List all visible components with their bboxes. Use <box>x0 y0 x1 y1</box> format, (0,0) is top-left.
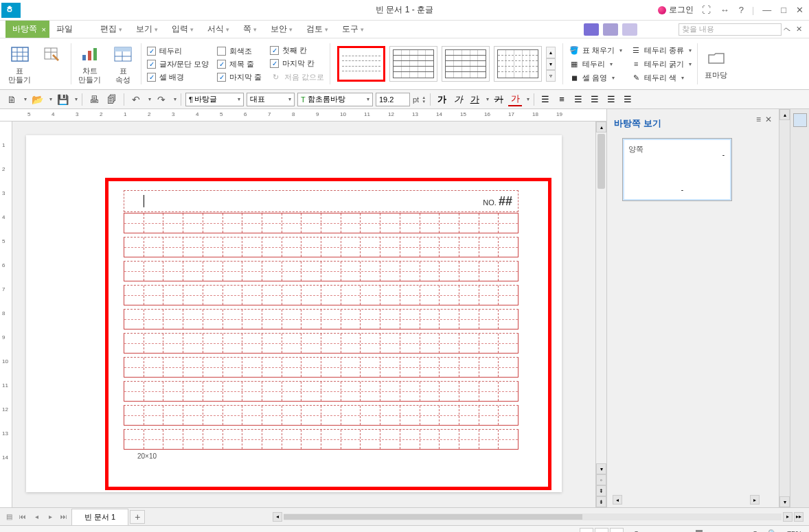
border-type-button[interactable]: ☰테두리 종류▾ <box>630 45 692 56</box>
login-button[interactable]: 로그인 <box>658 4 694 16</box>
italic-button[interactable]: 가 <box>451 93 465 106</box>
size-down[interactable]: ▼ <box>422 100 426 104</box>
underline-button[interactable]: 가 <box>468 93 481 106</box>
context-tab-2[interactable] <box>603 23 618 36</box>
side-scroll-down[interactable]: ▾ <box>779 496 790 507</box>
align-dist2[interactable]: ☰ <box>621 93 635 106</box>
bold-button[interactable]: 가 <box>435 93 448 106</box>
undo-button[interactable]: ↶ <box>128 92 144 107</box>
menu-page[interactable]: 쪽 <box>236 21 264 38</box>
border-button[interactable]: ▦테두리▾ <box>569 58 622 69</box>
tab-list[interactable]: ▤ <box>3 511 15 523</box>
help-icon[interactable]: ? <box>738 5 745 15</box>
table-style-2[interactable] <box>389 46 437 82</box>
add-tab-button[interactable]: + <box>130 510 145 524</box>
ribbon-table-props[interactable]: 표 속성 <box>108 41 138 86</box>
preview-button[interactable]: 🗐 <box>104 92 119 107</box>
menu-security[interactable]: 보안 <box>264 21 299 38</box>
gallery-more[interactable]: ▿ <box>546 70 556 82</box>
side-scroll-up[interactable]: ▴ <box>779 109 790 120</box>
table-style-1[interactable] <box>337 46 385 82</box>
align-justify[interactable]: ☰ <box>588 93 602 106</box>
open-button[interactable]: 📂 <box>30 92 45 107</box>
hscroll-end[interactable]: ▸▸ <box>794 512 804 522</box>
font-size-input[interactable]: 19.2 <box>376 93 410 106</box>
manuscript-row[interactable] <box>124 213 519 233</box>
vertical-ruler[interactable]: 12 34 56 78 910 1112 1314 <box>0 122 12 507</box>
expand-icon[interactable]: ⛶ <box>700 5 712 15</box>
vertical-scrollbar[interactable]: ▴ ▾ ◦ ⇞ ⇟ <box>595 122 606 507</box>
menu-file[interactable]: 파일 <box>49 21 80 38</box>
menu-input[interactable]: 입력 <box>165 21 201 38</box>
page-down[interactable]: ⇟ <box>596 496 606 507</box>
table-fill-button[interactable]: 🪣표 채우기▾ <box>569 45 622 56</box>
tab-prev[interactable]: ◂ <box>30 511 43 523</box>
hscroll-right[interactable]: ▸ <box>750 495 760 505</box>
table-style-3[interactable] <box>442 46 490 82</box>
doc-tab-1[interactable]: 빈 문서 1 <box>71 509 128 525</box>
scroll-down[interactable]: ▾ <box>596 463 606 474</box>
align-right[interactable]: ☰ <box>571 93 585 106</box>
check-border[interactable]: 테두리 <box>147 46 209 56</box>
tab-last[interactable]: ⏭ <box>58 511 70 523</box>
master-page-thumbnail[interactable]: 양쪽 - - <box>622 138 732 201</box>
manuscript-row[interactable] <box>124 261 519 281</box>
menu-format[interactable]: 서식 <box>201 21 236 38</box>
maximize-button[interactable]: □ <box>779 5 788 15</box>
minimize-button[interactable]: — <box>761 5 773 15</box>
manuscript-row[interactable] <box>124 333 519 354</box>
check-firstcol[interactable]: 첫째 칸 <box>270 45 324 56</box>
manuscript-row[interactable] <box>124 405 519 426</box>
rep-combo[interactable]: 대표▾ <box>247 93 295 106</box>
ribbon-make-table[interactable]: 표 만들기 <box>4 41 35 86</box>
check-charpara[interactable]: 글자/문단 모양 <box>147 59 209 69</box>
manuscript-row[interactable] <box>124 381 519 402</box>
sync-icon[interactable]: ↔ <box>719 5 731 15</box>
save-button[interactable]: 💾 <box>55 92 70 107</box>
table-style-4[interactable] <box>494 46 542 82</box>
menu-tools[interactable]: 도구 <box>335 21 371 38</box>
check-gray[interactable]: 회색조 <box>217 46 262 56</box>
border-weight-button[interactable]: ≡테두리 굵기▾ <box>630 58 692 69</box>
horizontal-ruler[interactable]: 54 32 12 34 56 78 910 1112 1314 1516 171… <box>0 109 606 122</box>
hscroll-left[interactable]: ◂ <box>613 495 622 505</box>
horizontal-scrollbar[interactable]: ◂ ▸ ▸▸ <box>270 512 806 522</box>
gallery-up[interactable]: ▴ <box>546 47 556 58</box>
manuscript-row[interactable] <box>124 429 519 450</box>
border-color-button[interactable]: ✎테두리 색▾ <box>630 72 692 83</box>
manuscript-header[interactable]: NO. ## <box>124 190 519 212</box>
page-up[interactable]: ⇞ <box>596 485 606 496</box>
ribbon-collapse-icon[interactable]: ヘ <box>782 25 792 34</box>
view-mode-1[interactable]: ▦ <box>580 528 593 533</box>
context-tab-1[interactable] <box>584 23 599 36</box>
font-combo[interactable]: T함초롬바탕▾ <box>297 93 373 106</box>
tab-first[interactable]: ⏮ <box>16 511 29 523</box>
align-center[interactable]: ≡ <box>555 93 569 106</box>
new-doc-button[interactable]: 🗎 <box>4 92 19 107</box>
ribbon-close-icon[interactable]: ✕ <box>795 25 804 34</box>
view-mode-2[interactable]: ▤ <box>595 528 608 533</box>
zoom-fit[interactable]: 🔍 <box>768 529 777 532</box>
gallery-down[interactable]: ▾ <box>546 58 556 70</box>
ribbon-chart[interactable]: 차트 만들기 <box>74 41 105 86</box>
check-cellbg[interactable]: 셀 배경 <box>147 72 209 82</box>
check-lastcol[interactable]: 마지막 칸 <box>270 58 324 69</box>
manuscript-row[interactable] <box>124 285 519 305</box>
redo-button[interactable]: ↷ <box>154 92 169 107</box>
tab-master-page[interactable]: 바탕쪽 <box>5 21 49 38</box>
tab-next[interactable]: ▸ <box>44 511 56 523</box>
strip-button[interactable] <box>793 113 807 127</box>
side-menu-icon[interactable]: ≡ <box>756 115 761 124</box>
align-dist[interactable]: ☰ <box>604 93 618 106</box>
style-combo[interactable]: ¶바탕글▾ <box>185 93 244 106</box>
menu-edit[interactable]: 편집 <box>93 21 129 38</box>
scroll-nav[interactable]: ◦ <box>596 474 606 485</box>
cell-shade-button[interactable]: ◼셀 음영▾ <box>569 72 622 83</box>
side-close-icon[interactable]: ✕ <box>765 115 772 124</box>
manuscript-row[interactable] <box>124 237 519 257</box>
context-tab-3[interactable] <box>622 23 637 36</box>
strike-button[interactable]: 가 <box>492 93 505 106</box>
close-button[interactable]: ✕ <box>795 5 805 15</box>
search-input[interactable]: 찾을 내용 <box>679 23 782 36</box>
manuscript-row[interactable] <box>124 357 519 378</box>
